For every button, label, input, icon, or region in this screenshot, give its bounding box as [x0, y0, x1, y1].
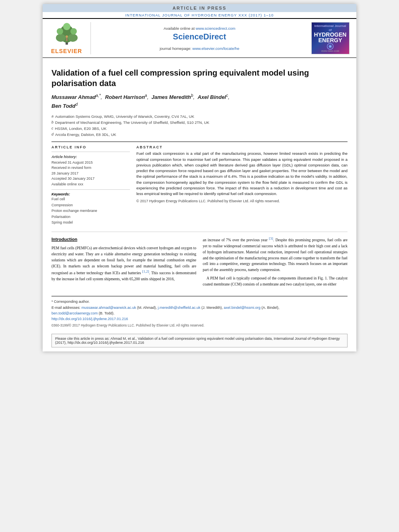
affil-3-text: HSSMI, London, E20 3BS, UK: [55, 125, 107, 131]
doi-line: http://dx.doi.org/10.1016/j.ijhydene.201…: [51, 316, 348, 322]
intro-para-1: PEM fuel cells (PEMFCs) are electrochemi…: [51, 245, 196, 282]
author-4: Axel Bindel: [197, 94, 226, 100]
journal-homepage: journal homepage: www.elsevier.com/locat…: [160, 46, 239, 51]
body-col-left: Introduction PEM fuel cells (PEMFCs) are…: [51, 236, 196, 290]
email-1[interactable]: mussawar.ahmad@warwick.ac.uk: [82, 306, 136, 310]
affil-4-marker: d: [51, 131, 53, 138]
svg-point-3: [68, 34, 78, 42]
svg-point-6: [63, 23, 70, 30]
email-4-line: ben.todd@arcolaenergy.com (B. Todd).: [51, 310, 348, 316]
article-body: Validation of a fuel cell compression sp…: [43, 58, 356, 351]
right-header: International Journal of HYDROGENENERGY …: [308, 22, 352, 54]
affiliations: a Automation Systems Group, WMG, Univers…: [51, 113, 348, 138]
author-1-marker: a,*: [96, 93, 101, 98]
svg-point-11: [329, 46, 331, 47]
svg-point-4: [57, 28, 63, 35]
emails-label: E-mail addresses:: [51, 306, 80, 310]
info-divider-2: [51, 189, 130, 190]
bottom-copyright: 0360-3199/© 2017 Hydrogen Energy Publica…: [51, 323, 348, 329]
two-col-body: Introduction PEM fuel cells (PEMFCs) are…: [51, 236, 348, 290]
article-info-label: ARTICLE INFO: [51, 145, 130, 149]
author-2-marker: a: [145, 93, 147, 98]
abstract-text: Fuel cell stack compression is a vital p…: [136, 151, 348, 197]
abstract-col: ABSTRACT Fuel cell stack compression is …: [136, 145, 348, 225]
doi-link[interactable]: http://dx.doi.org/10.1016/j.ijhydene.201…: [51, 317, 128, 321]
intro-para-3: A PEM fuel cell is typically composed of…: [203, 275, 348, 287]
body-col-right: an increase of 7% over the previous year…: [203, 236, 348, 290]
sciencedirect-logo: ScienceDirect: [173, 32, 226, 41]
affil-2-text: Department of Mechanical Engineering, Th…: [55, 119, 209, 125]
svg-rect-8: [66, 38, 68, 41]
email-4[interactable]: ben.todd@arcolaenergy.com: [51, 311, 98, 315]
email-2[interactable]: j.meredith@sheffield.ac.uk: [158, 306, 200, 310]
divider-1: [51, 142, 348, 142]
affil-4-text: Arcola Energy, Dalston, E8 3DL, UK: [55, 131, 116, 138]
affil-3-marker: c: [51, 125, 53, 131]
elsevier-tree-icon: [53, 23, 81, 47]
ref-3[interactable]: [3]: [269, 236, 274, 240]
journal-homepage-url[interactable]: www.elsevier.com/locate/he: [192, 46, 239, 51]
info-divider-1: [51, 152, 130, 152]
cite-box-text: Please cite this article in press as: Ah…: [55, 337, 340, 345]
journal-cover-title: International Journal of: [313, 24, 348, 32]
author-2: Robert Harrison: [105, 94, 145, 100]
journal-cover-main: HYDROGENENERGY: [314, 32, 347, 43]
article-in-press-text: ARTICLE IN PRESS: [173, 6, 226, 10]
journal-line: INTERNATIONAL JOURNAL OF HYDROGEN ENERGY…: [43, 12, 356, 18]
elsevier-logo: ELSEVIER: [47, 22, 91, 54]
svg-point-7: [66, 35, 68, 38]
accepted: Accepted 30 January 2017: [51, 176, 130, 182]
sciencedirect-url[interactable]: www.sciencedirect.com: [195, 26, 235, 31]
elsevier-text: ELSEVIER: [51, 48, 82, 54]
svg-point-5: [70, 28, 77, 35]
author-3-marker: b: [191, 93, 193, 98]
journal-cover: International Journal of HYDROGENENERGY …: [311, 22, 350, 54]
article-history: Article history: Received 31 August 2015…: [51, 154, 130, 187]
available-online-text: Available online at www.sciencedirect.co…: [164, 26, 235, 31]
email-4-name: (B. Todd).: [99, 311, 115, 315]
abstract-copyright: © 2017 Hydrogen Energy Publications LLC.…: [136, 199, 348, 203]
available-online: Available online xxx: [51, 182, 130, 187]
affil-4: d Arcola Energy, Dalston, E8 3DL, UK: [51, 131, 348, 138]
introduction-heading: Introduction: [51, 236, 196, 243]
author-5: Ben Todd: [51, 103, 75, 109]
keyword-4: Polarisation: [51, 214, 130, 220]
svg-point-2: [56, 34, 66, 42]
intro-para-2: an increase of 7% over the previous year…: [203, 236, 348, 273]
corresponding-author-note: * Corresponding author.: [51, 299, 348, 304]
cover-graphic-icon: [322, 43, 338, 50]
info-abstract-section: ARTICLE INFO Article history: Received 3…: [51, 145, 348, 225]
article-info-col: ARTICLE INFO Article history: Received 3…: [51, 145, 130, 225]
article-in-press-banner: ARTICLE IN PRESS: [43, 4, 356, 12]
journal-line-text: INTERNATIONAL JOURNAL OF HYDROGEN ENERGY…: [125, 13, 274, 17]
top-header: ELSEVIER Available online at www.science…: [43, 18, 356, 58]
ref-1-2[interactable]: [1,2]: [142, 269, 149, 273]
keyword-2: Compression: [51, 202, 130, 208]
article-title: Validation of a fuel cell compression sp…: [51, 68, 348, 88]
author-4-marker: c: [226, 93, 228, 98]
author-5-marker: d: [75, 102, 78, 107]
affil-1: a Automation Systems Group, WMG, Univers…: [51, 113, 348, 119]
affil-3: c HSSMI, London, E20 3BS, UK: [51, 125, 348, 131]
history-label: Article history:: [51, 154, 130, 160]
affil-2-marker: b: [51, 119, 53, 125]
email-addresses-line: E-mail addresses: mussawar.ahmad@warwick…: [51, 305, 348, 310]
keyword-5: Spring model: [51, 220, 130, 225]
email-3[interactable]: axel.bindel@hssmi.org: [224, 306, 260, 310]
received-1: Received 31 August 2015: [51, 160, 130, 166]
keywords-section: Keywords: Fuel cell Compression Proton e…: [51, 192, 130, 225]
author-3: James Meredith: [152, 94, 191, 100]
author-1: Mussawar Ahmad: [51, 94, 96, 100]
received-2b: 28 January 2017: [51, 171, 130, 177]
affil-1-marker: a: [51, 113, 53, 119]
keywords-label: Keywords:: [51, 192, 130, 196]
page: ARTICLE IN PRESS INTERNATIONAL JOURNAL O…: [43, 4, 356, 351]
cover-issn: ISSN 0360-3199: [321, 50, 339, 52]
affil-2: b Department of Mechanical Engineering, …: [51, 119, 348, 125]
cite-box: Please cite this article in press as: Ah…: [51, 334, 348, 347]
keyword-3: Proton exchange membrane: [51, 208, 130, 214]
footnote-section: * Corresponding author. E-mail addresses…: [51, 296, 348, 331]
email-3-name: (A. Bindel),: [261, 306, 280, 310]
email-1-name: (M. Ahmad),: [137, 306, 157, 310]
affil-1-text: Automation Systems Group, WMG, Universit…: [55, 113, 194, 119]
